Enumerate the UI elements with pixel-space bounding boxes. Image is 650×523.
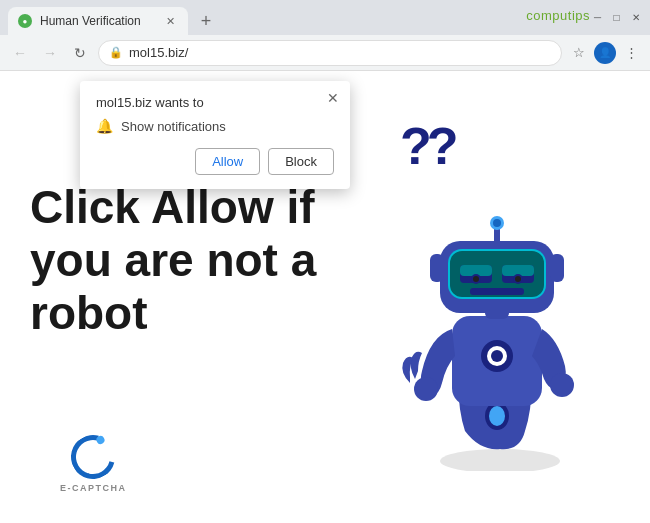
svg-point-20 — [515, 276, 521, 282]
page-content: ✕ mol15.biz wants to 🔔 Show notification… — [0, 71, 650, 523]
svg-point-6 — [491, 350, 503, 362]
menu-button[interactable]: ⋮ — [620, 42, 642, 64]
svg-point-7 — [414, 377, 438, 401]
window-close-button[interactable]: ✕ — [629, 11, 642, 24]
allow-button[interactable]: Allow — [195, 148, 260, 175]
tab-title: Human Verification — [40, 14, 154, 28]
address-actions: ☆ 👤 ⋮ — [568, 42, 642, 64]
main-text: Click Allow if you are not a robot — [30, 181, 350, 340]
popup-buttons: Allow Block — [96, 148, 334, 175]
notification-popup: ✕ mol15.biz wants to 🔔 Show notification… — [80, 81, 350, 189]
ecaptcha-icon — [63, 427, 123, 487]
bell-icon: 🔔 — [96, 118, 113, 134]
brand-text: computips — [526, 8, 590, 23]
ecaptcha-label: E-CAPTCHA — [60, 483, 127, 493]
click-allow-line1: Click Allow if you are not a robot — [30, 181, 350, 340]
minimize-button[interactable]: ─ — [591, 11, 604, 24]
url-text: mol15.biz/ — [129, 45, 188, 60]
robot-svg — [380, 161, 610, 475]
permission-text: Show notifications — [121, 119, 226, 134]
svg-point-0 — [440, 449, 560, 471]
refresh-button[interactable]: ↻ — [68, 41, 92, 65]
svg-rect-23 — [550, 254, 564, 282]
block-button[interactable]: Block — [268, 148, 334, 175]
back-button[interactable]: ← — [8, 41, 32, 65]
svg-point-26 — [493, 219, 501, 227]
tab-close-button[interactable]: ✕ — [162, 13, 178, 29]
tab-area: ● Human Verification ✕ + — [8, 0, 585, 35]
ecaptcha-logo: E-CAPTCHA — [60, 435, 127, 493]
svg-point-2 — [489, 406, 505, 426]
bookmark-button[interactable]: ☆ — [568, 42, 590, 64]
svg-rect-21 — [470, 288, 524, 295]
active-tab[interactable]: ● Human Verification ✕ — [8, 7, 188, 35]
browser-window: ● Human Verification ✕ + computips ─ □ ✕… — [0, 0, 650, 523]
popup-close-button[interactable]: ✕ — [324, 89, 342, 107]
svg-point-8 — [550, 373, 574, 397]
popup-permission: 🔔 Show notifications — [96, 118, 334, 134]
robot-illustration: ?? — [370, 111, 630, 491]
forward-button[interactable]: → — [38, 41, 62, 65]
profile-button[interactable]: 👤 — [594, 42, 616, 64]
lock-icon: 🔒 — [109, 46, 123, 59]
popup-site-text: mol15.biz wants to — [96, 95, 334, 110]
url-bar[interactable]: 🔒 mol15.biz/ — [98, 40, 562, 66]
svg-point-16 — [473, 276, 479, 282]
address-bar: ← → ↻ 🔒 mol15.biz/ ☆ 👤 ⋮ — [0, 35, 650, 71]
title-bar: ● Human Verification ✕ + computips ─ □ ✕ — [0, 0, 650, 35]
svg-rect-22 — [430, 254, 444, 282]
window-controls: ─ □ ✕ — [591, 11, 642, 24]
new-tab-button[interactable]: + — [192, 7, 220, 35]
tab-favicon: ● — [18, 14, 32, 28]
maximize-button[interactable]: □ — [610, 11, 623, 24]
